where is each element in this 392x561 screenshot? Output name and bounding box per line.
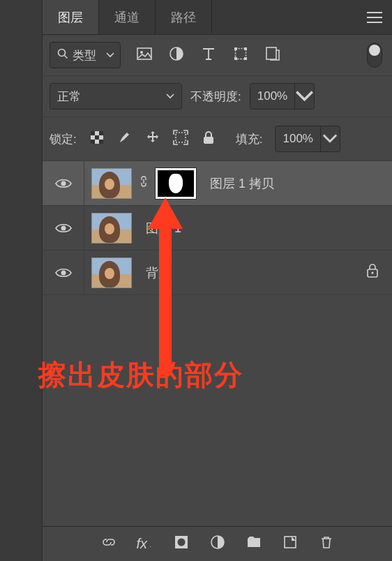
layer-thumbnail[interactable] bbox=[91, 168, 132, 199]
layer-row[interactable]: 背景 bbox=[43, 250, 392, 295]
layer-name[interactable]: 图层 1 拷贝 bbox=[210, 175, 274, 192]
chevron-down-icon bbox=[106, 48, 114, 62]
blend-mode-value: 正常 bbox=[57, 89, 81, 105]
type-filter-select[interactable]: 类型 bbox=[50, 42, 121, 68]
svg-rect-5 bbox=[234, 47, 237, 50]
mask-thumbnail[interactable] bbox=[156, 168, 196, 199]
svg-rect-17 bbox=[204, 137, 213, 144]
layer-row[interactable]: 图层 1 拷贝 bbox=[43, 161, 392, 206]
smartobject-filter-icon[interactable] bbox=[264, 45, 281, 66]
link-icon[interactable] bbox=[139, 175, 149, 191]
svg-point-19 bbox=[61, 225, 66, 230]
svg-point-24 bbox=[177, 539, 185, 546]
lock-all-icon[interactable] bbox=[201, 130, 216, 149]
group-icon[interactable] bbox=[246, 534, 262, 554]
chevron-down-icon bbox=[166, 89, 174, 103]
blend-row: 正常 不透明度: 100% bbox=[43, 76, 392, 117]
panel-tabs: 图层 通道 路径 bbox=[43, 0, 392, 35]
tab-paths[interactable]: 路径 bbox=[156, 0, 212, 34]
lock-position-icon[interactable] bbox=[145, 130, 160, 149]
text-filter-icon[interactable] bbox=[200, 45, 217, 66]
layer-name[interactable]: 图层 1 bbox=[146, 220, 181, 237]
svg-rect-12 bbox=[99, 131, 103, 135]
lock-icon[interactable] bbox=[365, 263, 379, 282]
opacity-value: 100% bbox=[250, 89, 294, 103]
opacity-input[interactable]: 100% bbox=[250, 83, 315, 110]
type-filter-row: 类型 bbox=[43, 35, 392, 76]
tab-channels[interactable]: 通道 bbox=[99, 0, 156, 34]
blend-mode-select[interactable]: 正常 bbox=[50, 83, 182, 110]
svg-point-20 bbox=[61, 270, 66, 275]
type-filter-label: 类型 bbox=[73, 47, 96, 63]
trash-icon[interactable] bbox=[318, 534, 335, 554]
tab-layers[interactable]: 图层 bbox=[43, 0, 99, 34]
fill-input[interactable]: 100% bbox=[275, 126, 340, 152]
chevron-down-icon[interactable] bbox=[320, 126, 340, 151]
fill-label: 填充: bbox=[236, 131, 263, 147]
svg-rect-13 bbox=[95, 135, 99, 140]
toggle-knob bbox=[369, 45, 380, 56]
visibility-toggle[interactable] bbox=[43, 250, 84, 294]
image-filter-icon[interactable] bbox=[136, 45, 153, 66]
lock-artboard-icon[interactable] bbox=[173, 130, 188, 149]
link-layers-icon[interactable] bbox=[100, 534, 117, 554]
visibility-toggle[interactable] bbox=[43, 206, 84, 250]
chevron-down-icon[interactable] bbox=[294, 84, 314, 109]
svg-point-2 bbox=[140, 51, 143, 54]
new-layer-icon[interactable] bbox=[282, 534, 299, 554]
svg-rect-9 bbox=[266, 47, 276, 59]
lock-label: 锁定: bbox=[50, 131, 77, 147]
layers-footer: fx﹒ bbox=[43, 526, 392, 561]
layer-thumbnail[interactable] bbox=[91, 257, 132, 288]
adjustment-icon[interactable] bbox=[209, 534, 226, 554]
svg-rect-16 bbox=[176, 133, 186, 142]
svg-point-18 bbox=[61, 181, 66, 186]
filter-toggle[interactable] bbox=[367, 43, 382, 68]
svg-rect-8 bbox=[244, 57, 247, 60]
mask-icon[interactable] bbox=[173, 534, 190, 554]
svg-rect-14 bbox=[91, 140, 95, 144]
fx-icon[interactable]: fx﹒ bbox=[137, 536, 153, 553]
panel-menu-icon[interactable] bbox=[357, 0, 392, 34]
layer-row[interactable]: 图层 1 bbox=[43, 206, 392, 250]
svg-rect-6 bbox=[244, 47, 247, 50]
adjustment-filter-icon[interactable] bbox=[168, 45, 185, 66]
svg-rect-7 bbox=[234, 57, 237, 60]
visibility-toggle[interactable] bbox=[43, 161, 84, 205]
lock-row: 锁定: 填充: 100% bbox=[43, 117, 392, 161]
lock-brush-icon[interactable] bbox=[117, 130, 133, 149]
svg-rect-1 bbox=[137, 48, 151, 59]
shape-filter-icon[interactable] bbox=[232, 45, 249, 66]
layer-name[interactable]: 背景 bbox=[146, 264, 171, 281]
lock-transparency-icon[interactable] bbox=[89, 130, 105, 149]
layer-thumbnail[interactable] bbox=[91, 213, 132, 244]
svg-point-22 bbox=[371, 271, 373, 274]
layer-list: 图层 1 拷贝 图层 1 背景 bbox=[43, 161, 392, 526]
search-icon bbox=[57, 48, 68, 63]
svg-rect-26 bbox=[285, 537, 296, 548]
svg-point-0 bbox=[59, 49, 66, 56]
svg-rect-11 bbox=[91, 131, 95, 135]
fill-value: 100% bbox=[276, 132, 319, 146]
layers-panel: 图层 通道 路径 类型 正常 bbox=[42, 0, 392, 561]
type-filter-icons bbox=[136, 45, 281, 66]
opacity-label: 不透明度: bbox=[190, 89, 241, 105]
svg-rect-15 bbox=[99, 140, 103, 144]
